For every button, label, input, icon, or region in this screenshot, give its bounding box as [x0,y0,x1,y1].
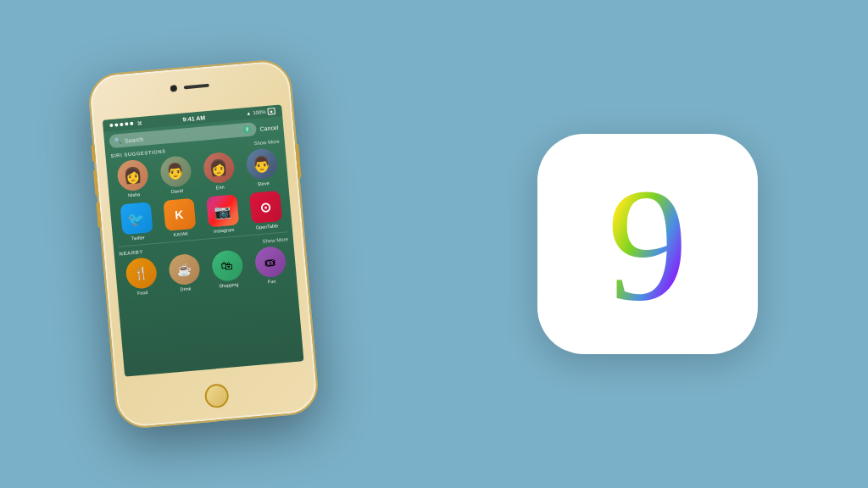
search-icon: 🔍 [114,137,123,145]
iphone-body: ⌘ 9:41 AM ▲ 100% ■ 🔍 Search 🎙 Cancel [86,58,320,430]
kayak-label: KAYAK [173,231,188,238]
power-button [295,144,301,178]
battery-percent: 100% [253,109,266,115]
signal-dot-4 [125,122,128,125]
contact-david[interactable]: 👨 David [154,155,198,196]
fun-label: Fun [268,279,276,285]
signal-dot-5 [130,122,133,125]
nearby-drink[interactable]: ☕ Drink [163,252,206,293]
instagram-label: Instagram [214,227,235,234]
app-kayak[interactable]: K KAYAK [158,197,201,238]
iphone-device: ⌘ 9:41 AM ▲ 100% ■ 🔍 Search 🎙 Cancel [86,58,320,430]
avatar-nisha: 👩 [116,159,149,192]
volume-up-button [93,170,99,196]
twitter-app-icon: 🐦 [120,202,153,235]
food-label: Food [137,290,148,296]
location-icon: ▲ [246,111,251,116]
earpiece-speaker [184,84,209,90]
contact-steve-label: Steve [257,180,270,186]
opentable-label: OpenTable [255,223,278,230]
drink-icon: ☕ [168,253,201,286]
svg-text:9: 9 [608,159,688,329]
volume-down-button [96,202,102,228]
avatar-david: 👨 [159,155,192,188]
nearby-title: NEARBY [119,249,143,256]
ios9-number-nine: 9 [563,159,732,329]
drink-label: Drink [180,286,191,291]
front-camera [170,85,178,92]
microphone-icon[interactable]: 🎙 [242,125,252,135]
status-bar-right: ▲ 100% ■ [246,108,275,117]
ios9-logo: 9 [537,134,758,354]
avatar-steve: 👨 [245,147,278,180]
contact-steve[interactable]: 👨 Steve [241,147,284,188]
avatar-erin: 👩 [202,152,235,185]
app-instagram[interactable]: 📷 Instagram [201,194,244,235]
mute-switch [91,145,96,162]
nearby-food[interactable]: 🍴 Food [120,257,163,297]
twitter-label: Twitter [131,235,145,241]
iphone-top-bar [170,82,210,92]
shopping-icon: 🛍 [210,249,243,282]
food-icon: 🍴 [125,257,158,290]
home-button[interactable] [204,383,230,408]
cancel-button[interactable]: Cancel [259,124,278,131]
contact-nisha[interactable]: 👩 Nisha [111,158,154,199]
battery-icon: ■ [267,108,275,115]
contact-erin-label: Erin [216,185,225,191]
nearby-shopping[interactable]: 🛍 Shopping [206,249,249,290]
shopping-label: Shopping [219,282,239,289]
app-opentable[interactable]: ⊙ OpenTable [244,190,287,230]
status-bar-left: ⌘ [109,119,142,128]
instagram-app-icon: 📷 [206,194,239,227]
search-placeholder: Search [125,136,144,143]
signal-dot-2 [114,123,118,126]
signal-dot-1 [109,124,113,127]
contact-david-label: David [171,188,184,194]
nearby-fun[interactable]: 🎟 Fun [249,245,292,286]
iphone-screen: ⌘ 9:41 AM ▲ 100% ■ 🔍 Search 🎙 Cancel [103,104,304,376]
kayak-app-icon: K [163,198,196,231]
opentable-app-icon: ⊙ [248,191,281,224]
contact-erin[interactable]: 👩 Erin [198,151,241,191]
contact-nisha-label: Nisha [128,191,141,197]
fun-icon: 🎟 [253,246,287,279]
app-twitter[interactable]: 🐦 Twitter [115,202,159,242]
signal-dot-3 [120,123,123,126]
